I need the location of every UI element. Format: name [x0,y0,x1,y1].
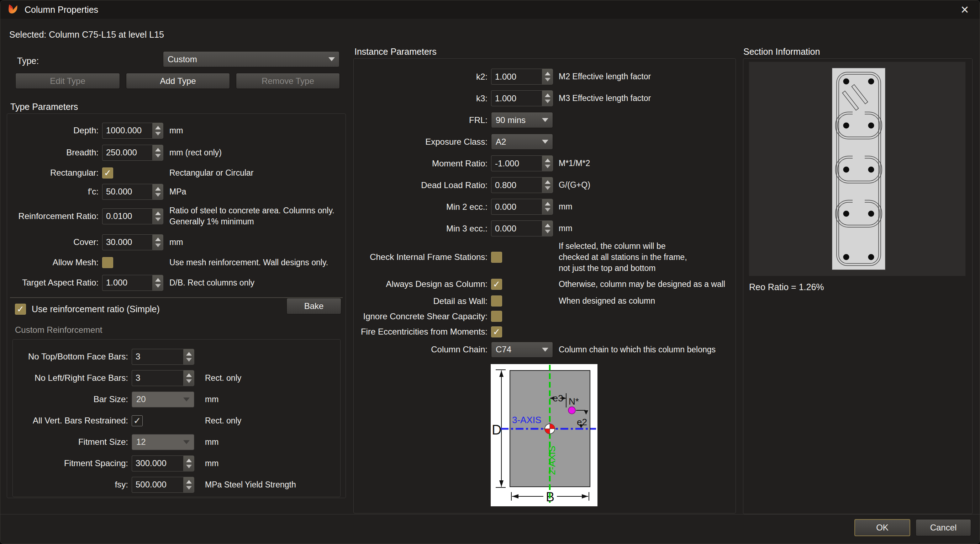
spin-down-icon[interactable] [545,100,550,103]
spin-down-icon[interactable] [186,358,192,362]
fc-input[interactable]: 50.000 [102,184,163,200]
column-properties-dialog: Column Properties × Selected: Column C75… [0,0,980,544]
min2-ecc-spinner[interactable] [542,199,553,215]
min3-ecc-spinner[interactable] [542,220,553,236]
tb-bars-input[interactable]: 3 [132,349,194,365]
spin-up-icon[interactable] [155,238,161,241]
spin-down-icon[interactable] [186,465,192,468]
spin-down-icon[interactable] [545,230,550,233]
cover-input[interactable]: 30.000 [102,234,163,250]
lr-bars-spinner[interactable] [183,370,194,386]
spin-up-icon[interactable] [155,278,161,282]
spin-down-icon[interactable] [155,193,161,197]
spin-up-icon[interactable] [545,94,550,97]
cancel-button[interactable]: Cancel [916,519,971,536]
add-type-button[interactable]: Add Type [126,73,230,89]
type-dropdown[interactable]: Custom [163,51,339,67]
spin-up-icon[interactable] [545,202,550,206]
breadth-spinner[interactable] [152,145,163,161]
app-bird-icon [7,3,19,16]
spin-down-icon[interactable] [186,379,192,383]
spin-up-icon[interactable] [186,459,192,462]
min2-ecc-input[interactable]: 0.000 [491,199,553,215]
spin-up-icon[interactable] [186,480,192,484]
reinf-ratio-spinner[interactable] [152,208,163,224]
close-icon[interactable]: × [956,3,973,16]
edit-type-button[interactable]: Edit Type [15,73,120,89]
spin-up-icon[interactable] [155,148,161,151]
fsy-label: fsy: [115,480,128,490]
remove-type-button[interactable]: Remove Type [236,73,340,89]
column-chain-dropdown[interactable]: C74 [491,342,553,358]
spin-up-icon[interactable] [186,373,192,377]
k2-spinner[interactable] [542,69,553,85]
spin-down-icon[interactable] [545,78,550,81]
dead-load-label: Dead Load Ratio: [421,180,487,190]
dead-load-row: Dead Load Ratio: 0.800 G/(G+Q) [354,174,735,196]
spin-up-icon[interactable] [545,159,550,162]
k2-input[interactable]: 1.000 [491,69,553,85]
tb-bars-spinner[interactable] [183,349,194,365]
spin-down-icon[interactable] [545,186,550,190]
fitment-spacing-input[interactable]: 300.000 [132,455,194,471]
dead-load-input[interactable]: 0.800 [491,177,553,193]
k3-spinner[interactable] [542,90,553,106]
cover-spinner[interactable] [152,234,163,250]
reinf-ratio-desc: Ratio of steel to concrete area. Columns… [169,205,334,227]
rectangular-checkbox[interactable]: ✓ [102,168,113,179]
detail-wall-checkbox[interactable] [491,295,502,306]
depth-input[interactable]: 1000.000 [102,123,163,139]
spin-up-icon[interactable] [545,180,550,184]
fsy-spinner[interactable] [183,477,194,493]
use-reinforcement-checkbox[interactable]: ✓ [15,304,26,315]
vert-restrained-checkbox[interactable]: ✓ [132,415,143,426]
k3-input[interactable]: 1.000 [491,90,553,106]
fitment-spacing-spinner[interactable] [183,455,194,471]
spin-down-icon[interactable] [186,486,192,490]
spin-up-icon[interactable] [545,72,550,75]
breadth-unit: mm (rect only) [169,148,222,157]
fsy-input[interactable]: 500.000 [132,477,194,493]
spin-up-icon[interactable] [155,211,161,215]
always-column-checkbox[interactable]: ✓ [491,279,502,290]
spin-up-icon[interactable] [155,187,161,190]
spin-up-icon[interactable] [155,126,161,129]
depth-label: Depth: [73,125,99,135]
allow-mesh-checkbox[interactable] [102,257,113,268]
fitment-size-dropdown[interactable]: 12 [132,434,194,450]
spin-down-icon[interactable] [155,217,161,221]
spin-down-icon[interactable] [545,208,550,211]
lr-bars-input[interactable]: 3 [132,370,194,386]
spin-down-icon[interactable] [155,284,161,288]
spin-up-icon[interactable] [545,224,550,227]
spin-down-icon[interactable] [155,244,161,247]
vert-restrained-row: All Vert. Bars Restrained: ✓ Rect. only [13,410,340,431]
bake-button[interactable]: Bake [286,298,341,314]
spin-down-icon[interactable] [155,132,161,135]
breadth-input[interactable]: 250.000 [102,145,163,161]
bar-size-dropdown[interactable]: 20 [132,392,194,408]
rectangular-desc: Rectangular or Circular [169,168,253,178]
min3-ecc-input[interactable]: 0.000 [491,220,553,236]
frl-dropdown[interactable]: 90 mins [491,112,553,128]
ok-button[interactable]: OK [854,519,910,536]
target-aspect-spinner[interactable] [152,275,163,291]
fire-ecc-checkbox[interactable]: ✓ [491,327,502,338]
exposure-class-dropdown[interactable]: A2 [491,134,553,150]
dead-load-spinner[interactable] [542,177,553,193]
target-aspect-input[interactable]: 1.000 [102,275,163,291]
depth-spinner[interactable] [152,123,163,139]
reinf-ratio-input[interactable]: 0.0100 [102,208,163,224]
check-internal-checkbox[interactable] [491,252,502,263]
spin-down-icon[interactable] [545,165,550,168]
fc-spinner[interactable] [152,184,163,200]
spin-up-icon[interactable] [186,352,192,355]
check-internal-row: Check Internal Frame Stations: If select… [354,239,735,275]
depth-unit: mm [169,126,183,135]
ignore-shear-checkbox[interactable] [491,311,502,322]
type-dropdown-value: Custom [168,54,197,64]
moment-ratio-spinner[interactable] [542,155,553,171]
moment-ratio-input[interactable]: -1.000 [491,155,553,171]
k2-desc: M2 Effective length factor [559,72,651,81]
spin-down-icon[interactable] [155,154,161,157]
